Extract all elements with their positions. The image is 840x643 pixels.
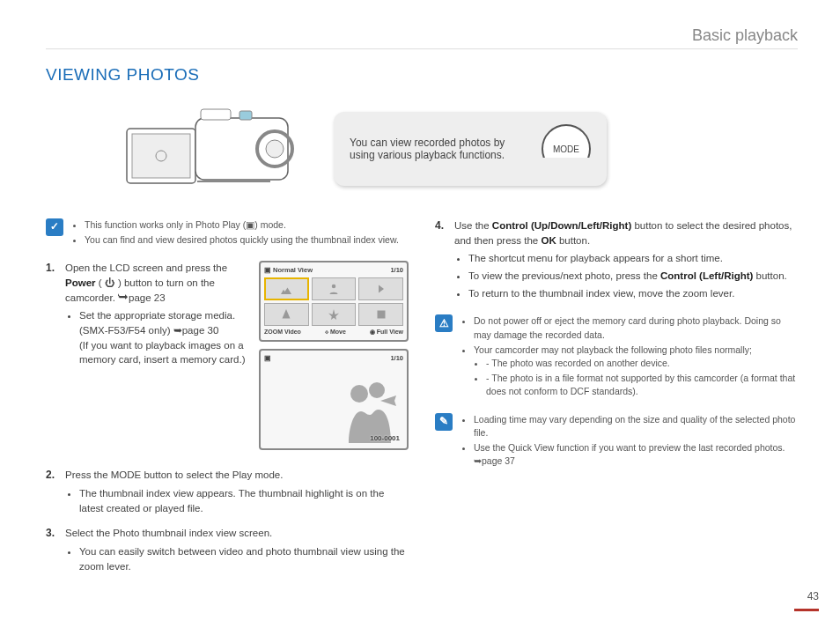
screen-counter: 1/10 [390, 266, 403, 276]
svg-point-5 [266, 140, 284, 158]
step-bold: Power [65, 277, 96, 288]
thumbnail [264, 303, 309, 326]
step-text: Use the [454, 220, 492, 231]
step-sub: Set the appropriate storage media. (SMX-… [79, 308, 247, 367]
warn-item: Your camcorder may not playback the foll… [474, 344, 798, 399]
step-text: button. [556, 235, 590, 246]
step-2: Press the MODE button to select the Play… [46, 468, 409, 515]
step-1: Open the LCD screen and press the Power … [46, 261, 409, 457]
screen-counter: 1/10 [390, 354, 403, 364]
warning-icon: ⚠ [435, 314, 453, 332]
lcd-screen-grid: ▣ Normal View 1/10 [259, 261, 409, 342]
warning-note: ⚠ Do not power off or eject the memory c… [435, 314, 798, 400]
step-text: Open the LCD screen and press the [65, 262, 227, 273]
screen-footer: ◉ Full View [370, 328, 403, 336]
step-3: Select the Photo thumbnail index view sc… [46, 526, 409, 573]
screen-footer: ⟐ Move [325, 328, 346, 336]
right-column: Use the Control (Up/Down/Left/Right) but… [435, 218, 798, 584]
lcd-previews: ▣ Normal View 1/10 [259, 261, 409, 457]
step-bold: OK [541, 235, 556, 246]
hero-row: You can view recorded photos by using va… [125, 100, 798, 197]
step-sub: You can easily switch between video and … [79, 544, 409, 573]
tip-item: Use the Quick View function if you want … [474, 441, 798, 468]
content-columns: ✓ This function works only in Photo Play… [46, 218, 798, 584]
svg-rect-6 [201, 109, 231, 120]
check-note-item: This function works only in Photo Play (… [85, 218, 399, 232]
screen-footer: ZOOM Video [264, 328, 301, 336]
svg-point-12 [369, 382, 385, 398]
tip-icon: ✎ [435, 413, 453, 431]
step-text: Press the MODE button to select the Play… [65, 469, 283, 480]
warn-item: Do not power off or eject the memory car… [474, 314, 798, 341]
breadcrumb: Basic playback [46, 26, 798, 49]
step-sub: To view the previous/next photo, press t… [468, 269, 798, 284]
screen-mode-icon: ▣ [264, 354, 271, 364]
thumbnail-active [264, 277, 309, 300]
thumbnail [312, 277, 357, 300]
page-number: 43 [807, 590, 819, 602]
callout-box: You can view recorded photos by using va… [334, 112, 607, 186]
check-note-item: You can find and view desired photos qui… [85, 233, 399, 247]
screen-title: ▣ Normal View [264, 266, 313, 276]
step-sub: The thumbnail index view appears. The th… [79, 486, 409, 515]
step-bold: Control (Up/Down/Left/Right) [492, 220, 631, 231]
check-note: ✓ This function works only in Photo Play… [46, 218, 409, 248]
svg-point-11 [350, 385, 368, 403]
svg-point-9 [332, 285, 336, 289]
thumbnail [358, 303, 403, 326]
step-4: Use the Control (Up/Down/Left/Right) but… [435, 218, 798, 300]
tip-item: Loading time may vary depending on the s… [474, 413, 798, 440]
page-accent-bar [794, 609, 819, 611]
file-number: 100-0001 [370, 433, 400, 444]
svg-rect-7 [239, 111, 252, 120]
step-sub: The shortcut menu for playback appears f… [468, 251, 798, 266]
warn-subitem: The photo was recorded on another device… [486, 357, 798, 370]
lcd-screen-single: ▣ 1/10 100-0001 [259, 349, 409, 450]
camcorder-illustration [125, 100, 314, 197]
thumbnail [358, 277, 403, 300]
mode-button-illustration: MODE [542, 124, 591, 174]
left-column: ✓ This function works only in Photo Play… [46, 218, 409, 584]
svg-rect-10 [377, 311, 385, 319]
step-text: Select the Photo thumbnail index view sc… [65, 528, 272, 538]
page-title: VIEWING PHOTOS [46, 65, 798, 85]
callout-text: You can view recorded photos by using va… [350, 137, 526, 161]
tip-note: ✎ Loading time may vary depending on the… [435, 413, 798, 470]
steps-list-right: Use the Control (Up/Down/Left/Right) but… [435, 218, 798, 300]
svg-rect-1 [132, 134, 190, 178]
step-sub: To return to the thumbnail index view, m… [468, 286, 798, 301]
thumbnail [312, 303, 357, 326]
steps-list-left: Open the LCD screen and press the Power … [46, 261, 409, 573]
check-icon: ✓ [46, 218, 63, 236]
warn-subitem: The photo is in a file format not suppor… [486, 372, 798, 398]
